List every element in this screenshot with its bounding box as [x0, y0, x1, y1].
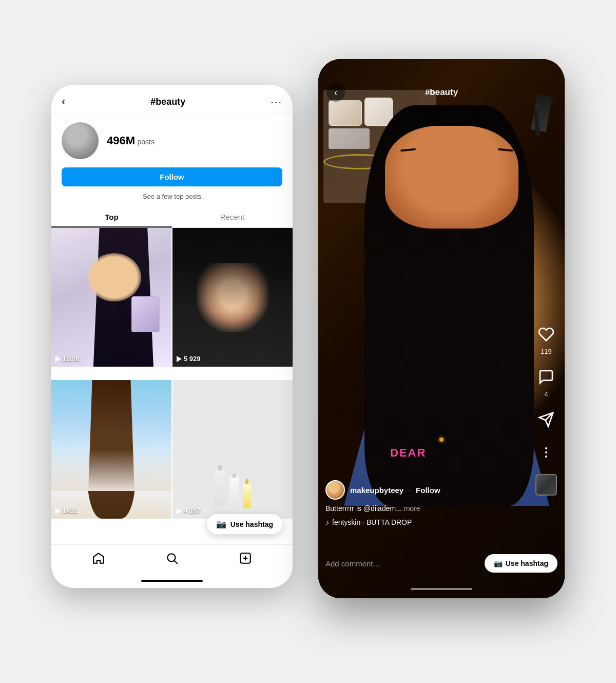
- grid-item-4-overlay: 4 167: [177, 507, 201, 515]
- scroll-indicator: [141, 580, 203, 582]
- tt-separator: ·: [409, 486, 411, 494]
- post-count-label: posts: [138, 138, 155, 146]
- grid-item-1[interactable]: 16,9K: [51, 228, 171, 367]
- grid-item-1-overlay: 16,9K: [55, 355, 81, 363]
- grid-item-3[interactable]: 1491: [51, 380, 171, 519]
- ig-grid: 16,9K 5 929: [51, 228, 293, 544]
- ig-tabs: Top Recent: [51, 206, 293, 228]
- tt-username: makeupbyteey: [350, 486, 403, 495]
- tt-caption-text: Butterrrrr is @diiadem...: [325, 504, 402, 513]
- like-count: 119: [541, 348, 552, 355]
- home-nav-button[interactable]: [91, 551, 106, 565]
- more-dots-icon: [545, 447, 547, 458]
- use-hashtag-front-label: Use hashtag: [506, 559, 548, 567]
- use-hashtag-back-label: Use hashtag: [230, 520, 273, 528]
- view-count-3: 1491: [63, 507, 78, 515]
- share-button[interactable]: [535, 408, 557, 431]
- tt-back-button[interactable]: ‹: [326, 83, 345, 102]
- music-note-icon: ♪: [325, 518, 329, 526]
- ig-stats: 496M posts: [107, 134, 282, 147]
- ig-bottom-nav: [51, 544, 293, 576]
- tt-follow-button[interactable]: Follow: [416, 486, 440, 495]
- ig-more-button[interactable]: ···: [271, 96, 282, 108]
- grid-item-3-overlay: 1491: [55, 507, 78, 515]
- comment-button[interactable]: [535, 366, 557, 388]
- follow-button[interactable]: Follow: [62, 167, 282, 186]
- ig-page-title: #beauty: [150, 97, 185, 107]
- more-button[interactable]: [535, 441, 557, 464]
- play-icon-2: [177, 356, 182, 362]
- play-icon-3: [55, 508, 61, 514]
- camera-icon-front: 📷: [494, 559, 503, 567]
- tab-recent[interactable]: Recent: [172, 206, 293, 227]
- grid-item-4[interactable]: 4 167: [172, 380, 293, 519]
- heart-button[interactable]: [535, 323, 557, 346]
- comment-count: 4: [544, 390, 548, 398]
- tt-page-title: #beauty: [425, 87, 458, 98]
- tab-top[interactable]: Top: [51, 206, 172, 227]
- svg-point-0: [167, 554, 175, 561]
- tt-caption-more[interactable]: more: [404, 504, 420, 513]
- tt-actions: 119 4: [535, 323, 557, 496]
- tt-music-text: fentyskin · BUTTA DROP: [332, 518, 412, 526]
- tt-user-avatar: [325, 480, 345, 500]
- svg-line-1: [175, 561, 178, 564]
- view-count-2: 5 929: [184, 355, 201, 363]
- tt-user-row: makeupbyteey · Follow: [325, 480, 529, 500]
- camera-icon-back: 📷: [216, 519, 226, 529]
- tt-caption: Butterrrrr is @diiadem... more: [325, 504, 529, 514]
- tt-music-row: ♪ fentyskin · BUTTA DROP: [325, 518, 529, 526]
- more-action[interactable]: [535, 441, 557, 464]
- album-action[interactable]: [535, 474, 557, 496]
- back-phone: ‹ #beauty ··· 496M posts Follow See a fe…: [51, 85, 293, 588]
- share-action[interactable]: [535, 408, 557, 431]
- tt-bottom-info: makeupbyteey · Follow Butterrrrr is @dii…: [325, 480, 529, 526]
- tt-header: ‹ #beauty: [318, 87, 565, 98]
- avatar: [62, 122, 99, 159]
- play-icon-4: [177, 508, 182, 514]
- phone-bottom-bar: [411, 588, 472, 590]
- tt-comment-bar: Add comment... 📷 Use hashtag: [325, 554, 557, 573]
- tt-comment-input[interactable]: Add comment...: [325, 559, 485, 568]
- play-icon: [55, 356, 61, 362]
- see-posts-text: See a few top posts: [51, 191, 293, 206]
- ig-profile: 496M posts: [51, 114, 293, 167]
- view-count-4: 4 167: [184, 507, 201, 515]
- comment-action[interactable]: 4: [535, 366, 557, 398]
- front-phone: DEAR ‹ #beauty: [318, 59, 565, 598]
- like-action[interactable]: 119: [535, 323, 557, 355]
- ig-header: ‹ #beauty ···: [51, 85, 293, 114]
- ig-back-button[interactable]: ‹: [62, 95, 65, 108]
- use-hashtag-front-button[interactable]: 📷 Use hashtag: [485, 554, 557, 573]
- search-nav-button[interactable]: [165, 551, 179, 565]
- album-art-thumb: [535, 474, 557, 496]
- post-count: 496M: [107, 134, 135, 147]
- use-hashtag-back-button[interactable]: 📷 Use hashtag: [207, 514, 282, 534]
- grid-item-2[interactable]: 5 929: [172, 228, 293, 367]
- add-nav-button[interactable]: [238, 551, 253, 565]
- grid-item-2-overlay: 5 929: [177, 355, 201, 363]
- view-count-1: 16,9K: [63, 355, 81, 363]
